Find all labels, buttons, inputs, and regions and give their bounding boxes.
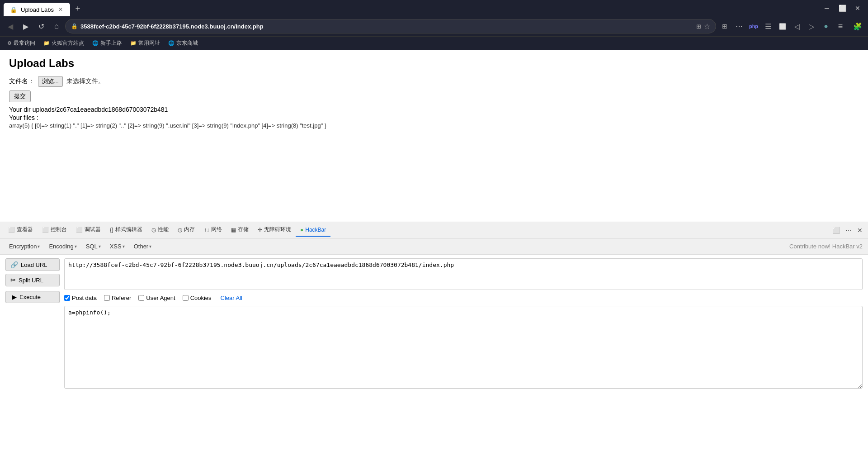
hackbar-left-buttons: 🔗 Load URL ✂ Split URL ▶ Execute <box>5 258 60 389</box>
post-data-input[interactable] <box>64 306 863 389</box>
browse-button[interactable]: 浏览... <box>38 76 63 87</box>
load-url-icon: 🔗 <box>10 261 18 268</box>
execute-button[interactable]: ▶ Execute <box>5 291 60 303</box>
devtool-tab-hackbar[interactable]: ● HackBar <box>296 224 330 237</box>
close-devtools-button[interactable]: ✕ <box>855 225 864 236</box>
other-menu-label: Other <box>134 243 149 250</box>
containers-icon[interactable]: ⬜ <box>776 19 789 33</box>
files-info-text: Your files : <box>9 114 859 121</box>
back-forward-icon[interactable]: ◁ <box>790 19 804 33</box>
sql-menu[interactable]: SQL ▾ <box>82 242 104 251</box>
encryption-menu-arrow: ▾ <box>38 244 40 249</box>
execute-section: ▶ Execute <box>5 291 60 303</box>
globe-icon: 🌐 <box>92 40 99 46</box>
file-status-text: 未选择文件。 <box>66 77 104 86</box>
maximize-button[interactable]: ⬜ <box>835 3 849 14</box>
more-menu-button[interactable]: ⋯ <box>732 19 746 33</box>
devtool-tab-accessibility[interactable]: ✛ 无障碍环境 <box>253 223 296 237</box>
clear-all-button[interactable]: Clear All <box>219 294 244 302</box>
new-tab-button[interactable]: ＋ <box>72 1 84 15</box>
devtool-tab-label: HackBar <box>305 227 326 233</box>
referer-checkbox[interactable] <box>104 295 110 301</box>
dock-button[interactable]: ⬜ <box>830 225 842 236</box>
bookmark-label: 京东商城 <box>176 39 198 47</box>
account-icon[interactable]: ● <box>819 19 833 33</box>
close-window-button[interactable]: ✕ <box>851 3 864 14</box>
bookmark-firefox-official[interactable]: 📁 火狐官方站点 <box>40 38 88 48</box>
folder-icon: 📁 <box>43 40 50 46</box>
php-icon[interactable]: php <box>747 19 760 33</box>
tab-favicon: 🔒 <box>10 6 17 13</box>
submit-button[interactable]: 提交 <box>9 90 31 102</box>
bookmark-star-icon[interactable]: ☆ <box>704 22 710 31</box>
post-data-checkbox[interactable] <box>64 295 70 301</box>
devtool-tab-network[interactable]: ↑↓ 网络 <box>199 223 226 237</box>
xss-menu-arrow: ▾ <box>123 244 125 249</box>
bookmark-common-sites[interactable]: 📁 常用网址 <box>127 38 164 48</box>
forward-icon[interactable]: ▷ <box>805 19 818 33</box>
folder-icon: 📁 <box>130 40 137 46</box>
active-tab[interactable]: 🔒 Upload Labs ✕ <box>4 3 70 16</box>
user-agent-checkbox-label[interactable]: User Agent <box>138 295 175 301</box>
devtools-panel: ⬜ 查看器 ⬜ 控制台 ⬜ 调试器 {} 样式编辑器 ◷ 性能 ◷ 内存 ↑↓ … <box>0 222 868 392</box>
page-title: Upload Labs <box>9 57 859 70</box>
load-url-button[interactable]: 🔗 Load URL <box>5 258 60 271</box>
url-input[interactable] <box>64 258 863 290</box>
contribute-link[interactable]: Contribute now! HackBar v2 <box>789 243 863 250</box>
cookies-label: Cookies <box>190 295 212 301</box>
encoding-menu[interactable]: Encoding ▾ <box>45 242 80 251</box>
user-agent-checkbox[interactable] <box>138 295 144 301</box>
security-icon: 🔒 <box>71 23 78 29</box>
devtool-tab-storage[interactable]: ▦ 存储 <box>226 223 253 237</box>
split-url-icon: ✂ <box>10 276 16 284</box>
devtools-action-buttons: ⬜ ⋯ ✕ <box>830 225 864 236</box>
devtool-tab-inspector[interactable]: ⬜ 查看器 <box>4 223 38 237</box>
refresh-button[interactable]: ↺ <box>34 19 48 33</box>
nav-action-buttons: ⊞ ⋯ php ☰ ⬜ ◁ ▷ ● ≡ <box>718 19 847 33</box>
load-url-label: Load URL <box>21 262 47 268</box>
tab-close-button[interactable]: ✕ <box>57 6 64 13</box>
devtool-tab-label: 查看器 <box>17 226 33 233</box>
sql-menu-arrow: ▾ <box>99 244 101 249</box>
bookmark-jd[interactable]: 🌐 京东商城 <box>165 38 202 48</box>
extension-puzzle-icon[interactable]: 🧩 <box>851 19 864 33</box>
sql-menu-label: SQL <box>86 243 98 250</box>
memory-icon: ◷ <box>178 227 182 233</box>
devtool-tab-style-editor[interactable]: {} 样式编辑器 <box>105 223 147 237</box>
bookmark-most-visited[interactable]: ⚙ 最常访问 <box>4 38 39 48</box>
devtool-tab-label: 网络 <box>211 226 222 233</box>
synced-bookmarks-icon[interactable]: ☰ <box>761 19 775 33</box>
network-icon: ↑↓ <box>204 227 209 233</box>
split-url-button[interactable]: ✂ Split URL <box>5 274 60 286</box>
bookmark-label: 常用网址 <box>138 39 160 47</box>
menu-button[interactable]: ≡ <box>834 19 847 33</box>
forward-button[interactable]: ▶ <box>19 19 33 33</box>
devtool-tab-label: 存储 <box>238 226 249 233</box>
xss-menu[interactable]: XSS ▾ <box>106 242 128 251</box>
referer-checkbox-label[interactable]: Referer <box>104 295 131 301</box>
devtool-tab-debugger[interactable]: ⬜ 调试器 <box>71 223 105 237</box>
bookmark-label: 火狐官方站点 <box>52 39 84 47</box>
execute-label: Execute <box>19 294 41 300</box>
bookmark-beginner[interactable]: 🌐 新手上路 <box>89 38 126 48</box>
extensions-icon[interactable]: ⊞ <box>718 19 731 33</box>
devtool-tab-console[interactable]: ⬜ 控制台 <box>38 223 71 237</box>
cookies-checkbox[interactable] <box>183 295 189 301</box>
post-data-checkbox-label[interactable]: Post data <box>64 295 97 301</box>
devtool-tab-memory[interactable]: ◷ 内存 <box>173 223 199 237</box>
home-button[interactable]: ⌂ <box>50 19 63 33</box>
style-editor-icon: {} <box>110 227 113 233</box>
hackbar-icon: ● <box>300 227 303 233</box>
address-bar[interactable]: 🔒 3588fcef-c2bd-45c7-92bf-6f2228b37195.n… <box>65 19 716 33</box>
cookies-checkbox-label[interactable]: Cookies <box>183 295 212 301</box>
back-button[interactable]: ◀ <box>4 19 17 33</box>
minimize-button[interactable]: ─ <box>820 3 834 14</box>
execute-icon: ▶ <box>12 294 17 300</box>
other-menu[interactable]: Other ▾ <box>130 242 156 251</box>
hackbar-right-content: Post data Referer User Agent Cookies C <box>64 258 863 389</box>
devtool-tab-performance[interactable]: ◷ 性能 <box>147 223 173 237</box>
encryption-menu[interactable]: Encryption ▾ <box>5 242 43 251</box>
split-url-label: Split URL <box>19 277 43 284</box>
more-options-button[interactable]: ⋯ <box>844 225 854 236</box>
performance-icon: ◷ <box>151 227 156 233</box>
